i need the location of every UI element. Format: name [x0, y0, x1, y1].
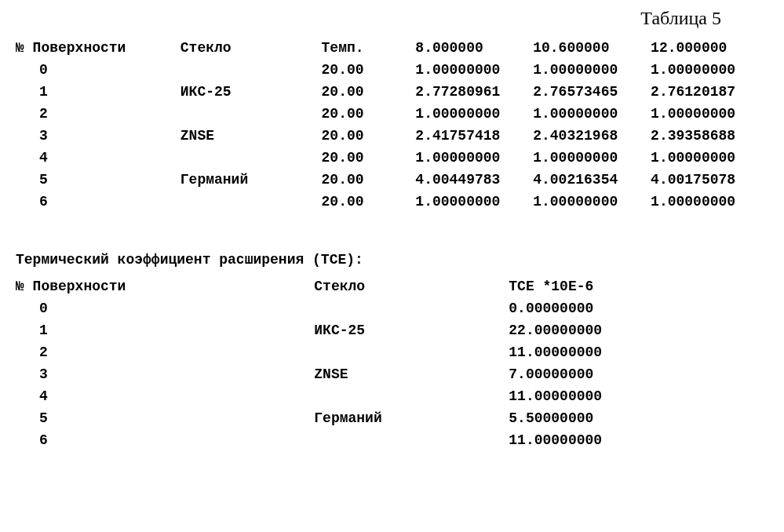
header-tce: TCE *10E-6	[509, 275, 768, 297]
cell-val-a: 2.77280961	[415, 81, 533, 103]
tce-section-title: Термический коэффициент расширения (TCE)…	[16, 252, 768, 268]
cell-val-a: 2.41757418	[415, 125, 533, 147]
cell-surface: 3	[16, 363, 314, 385]
cell-val-a: 1.00000000	[415, 191, 533, 213]
cell-surface: 0	[16, 59, 181, 81]
cell-val-b: 1.00000000	[533, 191, 651, 213]
cell-surface: 3	[16, 125, 181, 147]
cell-tce: 11.00000000	[509, 429, 768, 451]
header-wl-3: 12.000000	[651, 37, 768, 59]
header-surface: № Поверхности	[16, 275, 314, 297]
table-row: 3 ZNSE 7.00000000	[16, 363, 768, 385]
table-row: 6 11.00000000	[16, 429, 768, 451]
table-row: 5 Германий 20.00 4.00449783 4.00216354 4…	[16, 169, 768, 191]
cell-glass: Германий	[314, 407, 509, 429]
table-row: 3 ZNSE 20.00 2.41757418 2.40321968 2.393…	[16, 125, 768, 147]
table-row: 1 ИКС-25 22.00000000	[16, 319, 768, 341]
page: Таблица 5 № Поверхности Стекло Темп. 8.0…	[0, 0, 784, 459]
cell-glass	[181, 147, 322, 169]
cell-val-c: 1.00000000	[651, 191, 768, 213]
cell-surface: 6	[16, 429, 314, 451]
table-row: 0 0.00000000	[16, 297, 768, 319]
cell-surface: 6	[16, 191, 181, 213]
cell-val-a: 1.00000000	[415, 59, 533, 81]
table-row: 2 20.00 1.00000000 1.00000000 1.00000000	[16, 103, 768, 125]
cell-tce: 5.50000000	[509, 407, 768, 429]
table-row: 2 11.00000000	[16, 341, 768, 363]
cell-val-a: 1.00000000	[415, 147, 533, 169]
cell-glass: ZNSE	[314, 363, 509, 385]
cell-temp: 20.00	[322, 81, 416, 103]
cell-tce: 11.00000000	[509, 341, 768, 363]
cell-temp: 20.00	[322, 125, 416, 147]
header-wl-2: 10.600000	[533, 37, 651, 59]
header-temp: Темп.	[322, 37, 416, 59]
cell-temp: 20.00	[322, 59, 416, 81]
refractive-index-table: № Поверхности Стекло Темп. 8.000000 10.6…	[16, 37, 768, 213]
table-row: 6 20.00 1.00000000 1.00000000 1.00000000	[16, 191, 768, 213]
cell-glass	[181, 191, 322, 213]
cell-glass: ИКС-25	[314, 319, 509, 341]
cell-temp: 20.00	[322, 191, 416, 213]
table-row: 4 11.00000000	[16, 385, 768, 407]
cell-val-b: 4.00216354	[533, 169, 651, 191]
table-row: 1 ИКС-25 20.00 2.77280961 2.76573465 2.7…	[16, 81, 768, 103]
cell-val-c: 1.00000000	[651, 147, 768, 169]
cell-val-c: 1.00000000	[651, 59, 768, 81]
cell-val-b: 1.00000000	[533, 147, 651, 169]
cell-tce: 11.00000000	[509, 385, 768, 407]
cell-surface: 0	[16, 297, 314, 319]
cell-surface: 4	[16, 147, 181, 169]
cell-val-c: 1.00000000	[651, 103, 768, 125]
cell-tce: 7.00000000	[509, 363, 768, 385]
table-title: Таблица 5	[16, 8, 768, 29]
cell-val-b: 1.00000000	[533, 59, 651, 81]
table-row: 4 20.00 1.00000000 1.00000000 1.00000000	[16, 147, 768, 169]
cell-val-a: 4.00449783	[415, 169, 533, 191]
tce-table: № Поверхности Стекло TCE *10E-6 0 0.0000…	[16, 275, 768, 451]
cell-glass	[314, 297, 509, 319]
cell-glass	[181, 103, 322, 125]
cell-val-c: 2.39358688	[651, 125, 768, 147]
header-surface: № Поверхности	[16, 37, 181, 59]
header-glass: Стекло	[181, 37, 322, 59]
cell-surface: 5	[16, 169, 181, 191]
cell-glass	[314, 385, 509, 407]
cell-surface: 5	[16, 407, 314, 429]
section-gap	[16, 213, 768, 236]
table-header-row: № Поверхности Стекло Темп. 8.000000 10.6…	[16, 37, 768, 59]
cell-temp: 20.00	[322, 103, 416, 125]
cell-tce: 0.00000000	[509, 297, 768, 319]
cell-glass: Германий	[181, 169, 322, 191]
table-row: 5 Германий 5.50000000	[16, 407, 768, 429]
header-wl-1: 8.000000	[415, 37, 533, 59]
cell-glass: ZNSE	[181, 125, 322, 147]
table-row: 0 20.00 1.00000000 1.00000000 1.00000000	[16, 59, 768, 81]
cell-surface: 2	[16, 103, 181, 125]
cell-glass	[314, 341, 509, 363]
cell-val-c: 4.00175078	[651, 169, 768, 191]
cell-surface: 1	[16, 81, 181, 103]
cell-val-b: 1.00000000	[533, 103, 651, 125]
cell-surface: 1	[16, 319, 314, 341]
cell-val-c: 2.76120187	[651, 81, 768, 103]
cell-surface: 4	[16, 385, 314, 407]
cell-val-b: 2.40321968	[533, 125, 651, 147]
cell-val-b: 2.76573465	[533, 81, 651, 103]
cell-temp: 20.00	[322, 169, 416, 191]
header-glass: Стекло	[314, 275, 509, 297]
cell-glass: ИКС-25	[181, 81, 322, 103]
cell-glass	[314, 429, 509, 451]
cell-glass	[181, 59, 322, 81]
cell-surface: 2	[16, 341, 314, 363]
cell-val-a: 1.00000000	[415, 103, 533, 125]
table-header-row: № Поверхности Стекло TCE *10E-6	[16, 275, 768, 297]
cell-temp: 20.00	[322, 147, 416, 169]
cell-tce: 22.00000000	[509, 319, 768, 341]
